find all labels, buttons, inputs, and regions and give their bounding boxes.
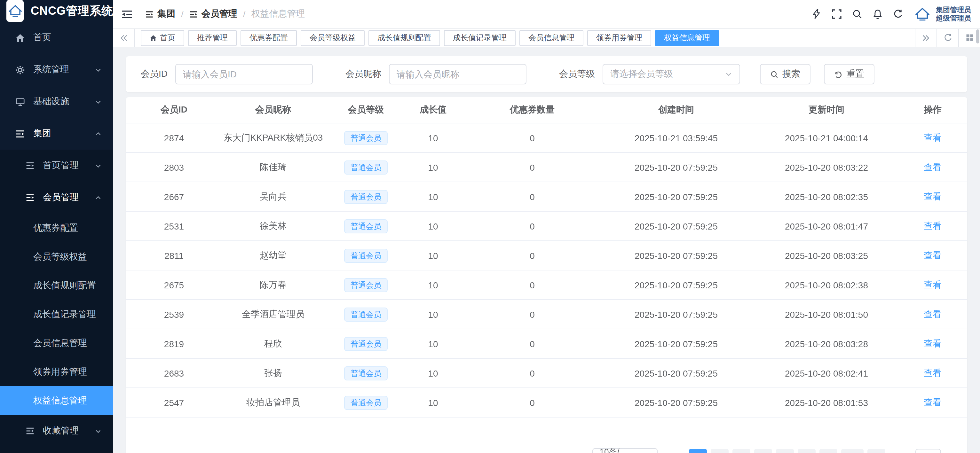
breadcrumb: 集团 / 会员管理 / 权益信息管理 — [145, 8, 305, 20]
member-id-cell: 2874 — [126, 123, 222, 153]
reset-icon — [834, 70, 842, 78]
level-cell: 普通会员 — [325, 300, 407, 329]
sidebar-item-member-child[interactable]: 权益信息管理 — [0, 386, 113, 415]
column-header: 创建时间 — [606, 97, 746, 123]
sidebar-item-home-mgmt[interactable]: 首页管理 — [0, 149, 113, 181]
tab[interactable]: 领券用券管理 — [587, 30, 651, 46]
page-button[interactable]: 1 — [689, 449, 707, 453]
table-row: 2539 全季酒店管理员 普通会员 10 0 2025-10-20 07:59:… — [126, 300, 967, 329]
table-row: 2531 徐美林 普通会员 10 0 2025-10-20 07:59:25 2… — [126, 211, 967, 241]
sidebar-item-comments[interactable]: 评论管理 — [0, 447, 113, 453]
sidebar: CNCG管理系统 首页 系统管理 — [0, 0, 113, 453]
tab[interactable]: 优惠券配置 — [240, 30, 297, 46]
breadcrumb-item[interactable]: 集团 — [145, 8, 175, 20]
sidebar-item-group[interactable]: 集团 — [0, 118, 113, 149]
view-link[interactable]: 查看 — [924, 397, 942, 407]
prev-page-icon[interactable] — [666, 449, 684, 453]
view-link[interactable]: 查看 — [924, 250, 942, 260]
user-level: 超级管理员 — [936, 14, 971, 22]
member-id-cell: 2667 — [126, 182, 222, 211]
sidebar-item-member-child[interactable]: 会员等级权益 — [0, 242, 113, 271]
user-role: 集团管理员 — [936, 6, 971, 14]
view-link[interactable]: 查看 — [924, 279, 942, 289]
header-actions: 集团管理员 超级管理员 — [801, 5, 971, 23]
member-id-input[interactable] — [175, 64, 313, 84]
nickname-cell: 程欣 — [222, 329, 325, 358]
tab[interactable]: 会员信息管理 — [519, 30, 583, 46]
fullscreen-icon[interactable] — [832, 9, 842, 19]
tab[interactable]: 成长值规则配置 — [369, 30, 440, 46]
tags-bar: 首页 推荐管理 优惠券配置 会员等级权益 成长值规则配置 成长值记录管理 会员信… — [113, 29, 980, 47]
search-button[interactable]: 搜索 — [760, 64, 810, 84]
member-id-cell: 2683 — [126, 358, 222, 388]
tab-active[interactable]: 权益信息管理 — [655, 30, 719, 46]
sidebar-item-label: 权益信息管理 — [33, 395, 87, 406]
updated-cell: 2025-10-20 08:02:35 — [746, 182, 907, 211]
tab[interactable]: 推荐管理 — [188, 30, 237, 46]
sidebar-collapse-icon[interactable] — [121, 9, 132, 19]
page-size-select[interactable]: 10条/页 — [593, 448, 658, 453]
view-link[interactable]: 查看 — [924, 161, 942, 172]
page-button[interactable]: 3 — [733, 449, 751, 453]
level-badge: 普通会员 — [344, 160, 388, 174]
page-button[interactable]: ••• — [820, 449, 838, 453]
level-cell: 普通会员 — [325, 329, 407, 358]
page-button[interactable]: 255 — [842, 449, 864, 453]
view-link[interactable]: 查看 — [924, 338, 942, 348]
page-button[interactable]: 4 — [754, 449, 772, 453]
tabs-scroll-left-icon[interactable] — [113, 29, 135, 47]
user-info[interactable]: 集团管理员 超级管理员 — [936, 6, 971, 22]
scrollbar-thumb[interactable] — [976, 29, 979, 43]
level-cell: 普通会员 — [325, 211, 407, 241]
table-row: 2803 陈佳琦 普通会员 10 0 2025-10-20 07:59:25 2… — [126, 153, 967, 182]
reset-button[interactable]: 重置 — [824, 64, 875, 84]
sidebar-item-system[interactable]: 系统管理 — [0, 54, 113, 86]
view-link[interactable]: 查看 — [924, 308, 942, 319]
coupons-cell: 0 — [459, 388, 606, 417]
goto-page-input[interactable] — [915, 449, 941, 453]
refresh-icon[interactable] — [893, 9, 903, 19]
page-button[interactable]: 2 — [711, 449, 729, 453]
sidebar-item-infra[interactable]: 基础设施 — [0, 86, 113, 118]
member-id-cell: 2547 — [126, 388, 222, 417]
view-link[interactable]: 查看 — [924, 132, 942, 142]
search-icon[interactable] — [852, 9, 862, 19]
tab-home[interactable]: 首页 — [141, 30, 184, 46]
view-link[interactable]: 查看 — [924, 220, 942, 230]
user-avatar-logo-icon[interactable] — [913, 5, 931, 23]
chevron-down-icon — [95, 162, 102, 169]
sidebar-item-member-child[interactable]: 成长值规则配置 — [0, 271, 113, 300]
lightning-icon[interactable] — [811, 9, 821, 19]
level-select[interactable]: 请选择会员等级 — [603, 64, 740, 84]
nickname-input[interactable] — [389, 64, 527, 84]
sidebar-item-member-child[interactable]: 优惠券配置 — [0, 213, 113, 242]
sidebar-item-favorites[interactable]: 收藏管理 — [0, 415, 113, 447]
chevron-down-icon — [725, 70, 732, 78]
tab[interactable]: 会员等级权益 — [301, 30, 364, 46]
updated-cell: 2025-10-20 08:01:53 — [746, 388, 907, 417]
list-menu-icon — [15, 129, 25, 138]
page-button[interactable]: 5 — [776, 449, 794, 453]
view-link[interactable]: 查看 — [924, 191, 942, 201]
view-link[interactable]: 查看 — [924, 367, 942, 378]
created-cell: 2025-10-20 07:59:25 — [606, 153, 746, 182]
sidebar-item-label: 成长值记录管理 — [33, 308, 96, 320]
sidebar-item-home[interactable]: 首页 — [0, 22, 113, 54]
coupons-cell: 0 — [459, 300, 606, 329]
action-cell: 查看 — [907, 270, 967, 300]
action-cell: 查看 — [907, 123, 967, 153]
page-button[interactable]: 6 — [798, 449, 816, 453]
tabs-scroll-right-icon[interactable] — [915, 29, 937, 47]
sidebar-item-member-child[interactable]: 领券用券管理 — [0, 358, 113, 386]
sidebar-item-member-child[interactable]: 会员信息管理 — [0, 329, 113, 358]
sidebar-item-member-child[interactable]: 成长值记录管理 — [0, 300, 113, 329]
growth-cell: 10 — [407, 388, 459, 417]
tab[interactable]: 成长值记录管理 — [444, 30, 515, 46]
breadcrumb-item[interactable]: 会员管理 — [189, 8, 237, 20]
member-id-cell: 2531 — [126, 211, 222, 241]
bell-icon[interactable] — [873, 9, 883, 19]
level-badge: 普通会员 — [344, 396, 388, 410]
next-page-icon[interactable] — [867, 449, 885, 453]
sidebar-item-member-mgmt[interactable]: 会员管理 — [0, 181, 113, 213]
tabs-refresh-icon[interactable] — [937, 29, 958, 47]
